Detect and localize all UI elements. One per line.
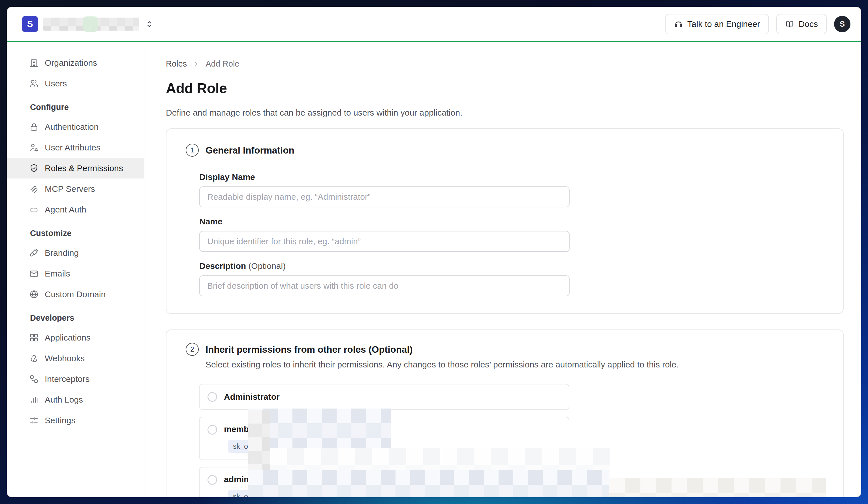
book-open-icon: [785, 20, 794, 29]
docs-button[interactable]: Docs: [776, 14, 827, 34]
organizations-icon: [29, 58, 39, 68]
headphones-icon: [674, 20, 683, 29]
bar-chart-icon: [29, 394, 39, 405]
sidebar-item-label: Agent Auth: [45, 205, 86, 214]
users-icon: [29, 78, 39, 89]
sidebar-item-interceptors[interactable]: Interceptors: [7, 369, 144, 389]
sidebar-item-label: Emails: [45, 269, 70, 279]
sidebar-item-agent-auth[interactable]: Agent Auth: [7, 199, 144, 220]
globe-icon: [29, 289, 39, 300]
window-frame: S Talk to an Engineer Docs S: [0, 0, 868, 504]
topbar-actions: Talk to an Engineer Docs S: [665, 14, 850, 34]
sidebar-item-webhooks[interactable]: Webhooks: [7, 348, 144, 369]
interceptors-icon: [29, 374, 39, 384]
user-gear-icon: [29, 142, 39, 153]
sidebar: Organizations Users Configure Authentica…: [7, 42, 144, 497]
sidebar-item-label: Settings: [45, 416, 75, 425]
sidebar-section-customize: Customize: [7, 224, 144, 242]
general-information-card: 1 General Information Display Name: [166, 128, 844, 314]
sidebar-item-branding[interactable]: Branding: [7, 242, 144, 263]
sidebar-item-label: Organizations: [45, 58, 97, 68]
sidebar-item-label: Interceptors: [45, 374, 90, 384]
sidebar-item-label: MCP Servers: [45, 184, 95, 194]
step-1-number: 1: [190, 146, 194, 154]
sidebar-item-auth-logs[interactable]: Auth Logs: [7, 389, 144, 410]
inherit-permissions-title: Inherit permissions from other roles (Op…: [206, 343, 679, 356]
inherit-permissions-subtitle: Select existing roles to inherit their p…: [206, 359, 679, 370]
sidebar-item-authentication[interactable]: Authentication: [7, 117, 144, 137]
step-2-badge: 2: [186, 343, 199, 356]
sidebar-item-emails[interactable]: Emails: [7, 263, 144, 284]
workspace-name-redacted[interactable]: [43, 18, 139, 31]
radio-button[interactable]: [207, 425, 217, 435]
app-window: S Talk to an Engineer Docs S: [7, 7, 861, 497]
user-avatar[interactable]: S: [834, 16, 850, 32]
step-2-number: 2: [190, 345, 194, 353]
sidebar-item-label: User Attributes: [45, 143, 101, 152]
talk-to-engineer-label: Talk to an Engineer: [688, 19, 760, 29]
sidebar-item-user-attributes[interactable]: User Attributes: [7, 137, 144, 158]
sidebar-section-configure: Configure: [7, 98, 144, 117]
page-title: Add Role: [166, 80, 861, 97]
talk-to-engineer-button[interactable]: Talk to an Engineer: [665, 14, 769, 34]
name-label: Name: [199, 217, 843, 226]
sidebar-item-label: Authentication: [45, 122, 99, 132]
sliders-icon: [29, 415, 39, 426]
sidebar-item-settings[interactable]: Settings: [7, 410, 144, 431]
shield-check-icon: [29, 163, 39, 174]
breadcrumb-current: Add Role: [206, 59, 239, 69]
sidebar-item-organizations[interactable]: Organizations: [7, 52, 144, 73]
redaction-mosaic: [248, 410, 270, 477]
step-1-badge: 1: [186, 144, 199, 157]
topbar: S Talk to an Engineer Docs S: [7, 7, 861, 42]
redaction-mosaic: [248, 470, 609, 497]
chevron-right-icon: [193, 60, 200, 68]
avatar-letter: S: [840, 20, 845, 29]
paintbrush-icon: [29, 248, 39, 258]
role-option-administrator[interactable]: Administrator: [199, 384, 569, 410]
sidebar-section-developers: Developers: [7, 309, 144, 327]
sidebar-item-label: Auth Logs: [45, 395, 83, 405]
radio-button[interactable]: [207, 392, 217, 402]
breadcrumb-roles-link[interactable]: Roles: [166, 59, 187, 69]
sidebar-item-mcp-servers[interactable]: MCP Servers: [7, 179, 144, 199]
mail-icon: [29, 268, 39, 279]
sidebar-item-applications[interactable]: Applications: [7, 327, 144, 348]
workspace-name-redacted-highlight: [83, 17, 98, 32]
description-label: Description (Optional): [199, 261, 843, 271]
sidebar-item-label: Branding: [45, 248, 79, 258]
webhook-icon: [29, 353, 39, 364]
sidebar-item-roles-permissions[interactable]: Roles & Permissions: [7, 158, 144, 179]
docs-label: Docs: [799, 19, 818, 29]
display-name-input[interactable]: [199, 187, 570, 208]
sidebar-item-users[interactable]: Users: [7, 73, 144, 94]
app-logo: S: [22, 16, 38, 32]
sidebar-item-label: Roles & Permissions: [45, 163, 123, 173]
sidebar-item-label: Users: [45, 79, 67, 88]
breadcrumb: Roles Add Role: [166, 59, 861, 69]
description-input[interactable]: [199, 275, 570, 296]
role-option-name: Administrator: [224, 392, 280, 402]
display-name-label: Display Name: [199, 172, 843, 182]
name-input[interactable]: [199, 231, 570, 252]
grid-icon: [29, 332, 39, 343]
sidebar-item-label: Webhooks: [45, 354, 85, 363]
sidebar-item-label: Custom Domain: [45, 290, 106, 299]
sidebar-item-label: Applications: [45, 333, 91, 343]
redaction-mosaic: [609, 478, 826, 497]
chevron-up-down-icon[interactable]: [144, 19, 154, 29]
sidebar-item-custom-domain[interactable]: Custom Domain: [7, 284, 144, 304]
robot-icon: [29, 204, 39, 215]
app-logo-letter: S: [27, 19, 33, 29]
radio-button[interactable]: [207, 475, 217, 485]
page-subtitle: Define and manage roles that can be assi…: [166, 108, 861, 118]
mcp-icon: [29, 184, 39, 194]
general-information-title: General Information: [206, 144, 294, 157]
lock-icon: [29, 122, 39, 132]
